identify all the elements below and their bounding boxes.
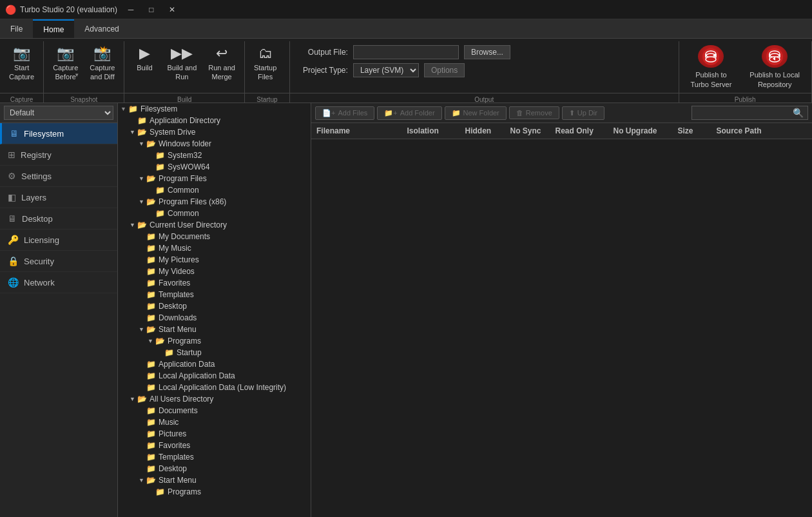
tree-item[interactable]: 📁Common xyxy=(118,184,311,196)
tree-item[interactable]: ▼📂Program Files (x86) xyxy=(118,196,311,208)
folder-icon: 📂 xyxy=(146,476,156,485)
tree-item[interactable]: 📁Downloads xyxy=(118,312,311,324)
options-button[interactable]: Options xyxy=(424,63,465,77)
collapse-icon: ▼ xyxy=(121,106,128,112)
new-folder-button[interactable]: 📁 New Folder xyxy=(445,106,507,120)
tree-item[interactable]: 📁My Pictures xyxy=(118,254,311,266)
tree-item[interactable]: ▼📂System Drive xyxy=(118,126,311,138)
folder-icon: 📁 xyxy=(146,255,156,264)
sidebar-item-registry[interactable]: ⊞ Registry xyxy=(0,144,117,166)
folder-icon: 📂 xyxy=(146,197,156,206)
publish-turbo-server-button[interactable]: Publish to Turbo Server xyxy=(683,41,740,93)
tree-label: Templates xyxy=(159,290,194,299)
tree-item[interactable]: 📁Pictures xyxy=(118,428,311,440)
tree-item[interactable]: 📁Local Application Data (Low Integrity) xyxy=(118,382,311,393)
tree-label: System32 xyxy=(168,151,202,160)
search-input[interactable] xyxy=(696,108,793,117)
tree-item[interactable]: ▼📂All Users Directory xyxy=(118,393,311,405)
tree-item[interactable]: 📁Desktop xyxy=(118,463,311,474)
run-and-merge-button[interactable]: ↩ Run and Merge xyxy=(203,44,240,90)
expand-icon: ▼ xyxy=(139,199,146,205)
tree-label: System Drive xyxy=(150,128,195,137)
tree-item[interactable]: 📁Desktop xyxy=(118,300,311,312)
capture-before-button[interactable]: 📷 Capture Before ▼ xyxy=(48,44,83,90)
remove-button[interactable]: 🗑 Remove xyxy=(509,106,559,119)
folder-icon: 📁 xyxy=(146,244,156,253)
main-area: Default 🖥 Filesystem ⊞ Registry ⚙ Settin… xyxy=(0,103,812,517)
tree-item[interactable]: ▼📂Current User Directory xyxy=(118,219,311,231)
sidebar-item-network[interactable]: 🌐 Network xyxy=(0,272,117,293)
sidebar-item-filesystem[interactable]: 🖥 Filesystem xyxy=(0,123,117,144)
add-folder-button[interactable]: 📁+ Add Folder xyxy=(377,106,441,120)
sidebar-dropdown[interactable]: Default xyxy=(0,103,117,123)
sidebar-settings-label: Settings xyxy=(21,171,52,181)
tree-item[interactable]: 📁Documents xyxy=(118,405,311,416)
tree-item[interactable]: 📁Templates xyxy=(118,451,311,463)
security-icon: 🔒 xyxy=(8,256,19,266)
tree-label: Start Menu xyxy=(159,325,197,334)
tree-item[interactable]: 📁Startup xyxy=(118,347,311,358)
tree-label: Application Data xyxy=(159,360,215,369)
tree-item[interactable]: 📁Favorites xyxy=(118,440,311,451)
output-file-input[interactable] xyxy=(353,45,459,59)
sidebar-item-desktop[interactable]: 🖥 Desktop xyxy=(0,208,117,229)
tree-item[interactable]: ▼📂Program Files xyxy=(118,173,311,184)
tree-item[interactable]: 📁Music xyxy=(118,416,311,428)
menu-file[interactable]: File xyxy=(0,19,33,38)
tree-label: Current User Directory xyxy=(150,220,227,229)
menu-home[interactable]: Home xyxy=(33,19,74,38)
sidebar-item-licensing[interactable]: 🔑 Licensing xyxy=(0,229,117,251)
build-button[interactable]: ▶ Build xyxy=(128,44,160,90)
sidebar-item-settings[interactable]: ⚙ Settings xyxy=(0,166,117,187)
browse-button[interactable]: Browse... xyxy=(464,45,510,59)
tree-item[interactable]: 📁Favorites xyxy=(118,277,311,289)
tree-item[interactable]: 📁My Videos xyxy=(118,266,311,277)
start-capture-button[interactable]: 📷 Start Capture xyxy=(4,44,39,90)
tree-item[interactable]: ▼📂Windows folder xyxy=(118,138,311,150)
tree-item[interactable]: 📁Application Directory xyxy=(118,115,311,126)
folder-icon: 📁 xyxy=(146,278,156,288)
sidebar-filesystem-label: Filesystem xyxy=(24,129,64,139)
app-icon: 🔴 xyxy=(5,5,16,15)
tree-item[interactable]: 📁My Documents xyxy=(118,231,311,242)
tree-item[interactable]: ▼📂Programs xyxy=(118,335,311,347)
search-icon[interactable]: 🔍 xyxy=(793,108,804,118)
tree-item[interactable]: 📁My Music xyxy=(118,242,311,254)
tree-label: Local Application Data (Low Integrity) xyxy=(159,383,286,392)
folder-icon: 📁 xyxy=(155,487,165,496)
minimize-button[interactable]: ─ xyxy=(121,3,140,16)
tree-label: Favorites xyxy=(159,278,190,288)
tree-item[interactable]: 📁Application Data xyxy=(118,358,311,370)
ribbon-output-group: Output File: Browse... Project Type: Lay… xyxy=(290,41,679,106)
close-button[interactable]: ✕ xyxy=(162,3,182,16)
tree-item[interactable]: ▼📁Filesystem xyxy=(118,103,311,115)
tree-item[interactable]: ▼📂Start Menu xyxy=(118,474,311,486)
add-files-button[interactable]: 📄+ Add Files xyxy=(315,106,374,120)
up-dir-button[interactable]: ⬆ Up Dir xyxy=(562,106,604,120)
tree-scroll[interactable]: ▼📁Filesystem📁Application Directory▼📂Syst… xyxy=(118,103,311,517)
tree-item[interactable]: 📁Common xyxy=(118,208,311,219)
project-type-select[interactable]: Layer (SVM) xyxy=(353,63,419,77)
maximize-button[interactable]: □ xyxy=(142,3,161,16)
tree-item[interactable]: 📁System32 xyxy=(118,150,311,161)
tree-label: Startup xyxy=(177,348,202,357)
profile-select[interactable]: Default xyxy=(4,106,113,120)
tree-item[interactable]: 📁SysWOW64 xyxy=(118,161,311,173)
capture-diff-button[interactable]: 📸 Capture and Diff xyxy=(84,44,120,90)
tree-item[interactable]: ▼📂Start Menu xyxy=(118,324,311,335)
tree-item[interactable]: 📁Local Application Data xyxy=(118,370,311,382)
sidebar-item-security[interactable]: 🔒 Security xyxy=(0,251,117,272)
menu-advanced[interactable]: Advanced xyxy=(74,19,129,38)
sidebar-item-layers[interactable]: ◧ Layers xyxy=(0,187,117,208)
search-box[interactable]: 🔍 xyxy=(691,106,808,120)
folder-icon: 📁 xyxy=(146,290,156,299)
col-hidden: Hidden xyxy=(465,126,510,135)
project-type-row: Project Type: Layer (SVM) Options xyxy=(296,63,465,77)
startup-files-button[interactable]: 🗂 Startup Files xyxy=(249,44,282,90)
publish-local-repo-button[interactable]: Publish to Local Repository xyxy=(742,41,807,93)
ribbon-snapshot-group: 📷 Capture Before ▼ 📸 Capture and Diff Sn… xyxy=(44,41,124,106)
tree-item[interactable]: 📁Templates xyxy=(118,289,311,300)
tree-item[interactable]: 📁Programs xyxy=(118,486,311,498)
col-size: Size xyxy=(678,126,717,135)
build-and-run-button[interactable]: ▶▶ Build and Run xyxy=(162,44,202,90)
